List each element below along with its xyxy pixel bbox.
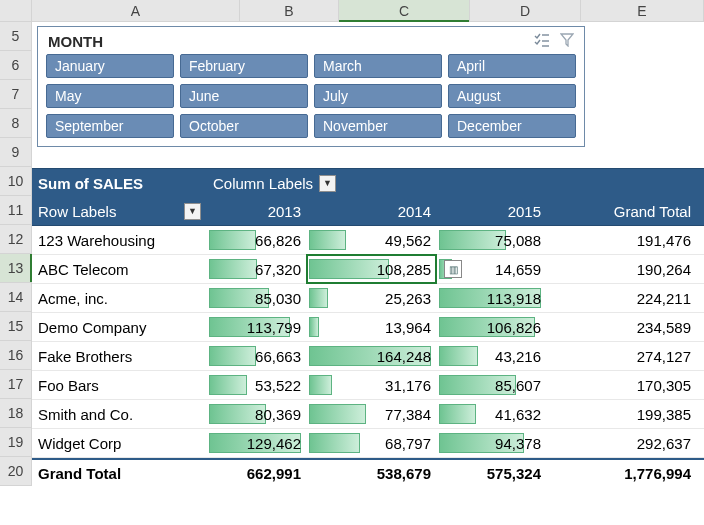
- row-label[interactable]: Smith and Co.: [32, 400, 207, 428]
- multi-select-icon[interactable]: [534, 33, 550, 50]
- column-labels-header: Column Labels ▼: [207, 169, 437, 197]
- data-cell[interactable]: 43,216: [437, 342, 547, 370]
- row-header-20[interactable]: 20: [0, 457, 32, 486]
- worksheet: ABCDE 567891011121314151617181920 MONTH: [0, 0, 704, 486]
- grand-total-label: Grand Total: [32, 460, 207, 486]
- row-header-19[interactable]: 19: [0, 428, 32, 457]
- quick-analysis-icon[interactable]: ▥: [444, 260, 462, 278]
- row-label[interactable]: Fake Brothers: [32, 342, 207, 370]
- column-headers: ABCDE: [0, 0, 704, 22]
- data-cell[interactable]: 77,384: [307, 400, 437, 428]
- row-label[interactable]: 123 Warehousing: [32, 226, 207, 254]
- data-cell[interactable]: 108,285: [307, 255, 437, 283]
- row-header-18[interactable]: 18: [0, 399, 32, 428]
- row-header-5[interactable]: 5: [0, 22, 32, 51]
- slicer-title: MONTH: [48, 33, 103, 50]
- data-cell[interactable]: 53,522: [207, 371, 307, 399]
- row-label[interactable]: Acme, inc.: [32, 284, 207, 312]
- row-labels-dropdown[interactable]: ▼: [184, 203, 201, 220]
- row-header-13[interactable]: 13: [0, 254, 32, 283]
- row-labels-header: Row Labels ▼: [32, 197, 207, 225]
- row-header-6[interactable]: 6: [0, 51, 32, 80]
- slicer-item-september[interactable]: September: [46, 114, 174, 138]
- data-cell[interactable]: 164,248: [307, 342, 437, 370]
- slicer-item-february[interactable]: February: [180, 54, 308, 78]
- col-header-D[interactable]: D: [470, 0, 581, 21]
- row-header-11[interactable]: 11: [0, 196, 32, 225]
- row-label[interactable]: ABC Telecom: [32, 255, 207, 283]
- row-grand-total: 274,127: [547, 342, 697, 370]
- row-grand-total: 292,637: [547, 429, 697, 457]
- row-grand-total: 199,385: [547, 400, 697, 428]
- row-grand-total: 191,476: [547, 226, 697, 254]
- data-cell[interactable]: 106,826: [437, 313, 547, 341]
- slicer-item-august[interactable]: August: [448, 84, 576, 108]
- row-header-8[interactable]: 8: [0, 109, 32, 138]
- data-cell[interactable]: 66,663: [207, 342, 307, 370]
- data-cell[interactable]: 94,378: [437, 429, 547, 457]
- data-cell[interactable]: 67,320: [207, 255, 307, 283]
- slicer-item-july[interactable]: July: [314, 84, 442, 108]
- data-cell[interactable]: 68,797: [307, 429, 437, 457]
- slicer-item-april[interactable]: April: [448, 54, 576, 78]
- slicer-item-december[interactable]: December: [448, 114, 576, 138]
- data-cell[interactable]: 66,826: [207, 226, 307, 254]
- data-cell[interactable]: 85,030: [207, 284, 307, 312]
- column-labels-dropdown[interactable]: ▼: [319, 175, 336, 192]
- row-label[interactable]: Widget Corp: [32, 429, 207, 457]
- slicer-item-october[interactable]: October: [180, 114, 308, 138]
- table-row: Demo Company113,79913,964106,826234,589: [32, 313, 704, 342]
- table-row: ABC Telecom67,320108,28514,659190,264: [32, 255, 704, 284]
- table-row: Widget Corp129,46268,79794,378292,637: [32, 429, 704, 458]
- slicer-items: JanuaryFebruaryMarchAprilMayJuneJulyAugu…: [46, 54, 576, 138]
- data-cell[interactable]: 75,088: [437, 226, 547, 254]
- row-header-15[interactable]: 15: [0, 312, 32, 341]
- row-header-7[interactable]: 7: [0, 80, 32, 109]
- row-header-14[interactable]: 14: [0, 283, 32, 312]
- col-header-B[interactable]: B: [240, 0, 339, 21]
- slicer-item-january[interactable]: January: [46, 54, 174, 78]
- data-cell[interactable]: 31,176: [307, 371, 437, 399]
- row-header-10[interactable]: 10: [0, 167, 32, 196]
- row-header-16[interactable]: 16: [0, 341, 32, 370]
- year-header-2015[interactable]: 2015: [437, 197, 547, 225]
- grid-body[interactable]: MONTH JanuaryFebruaryMarchAprilMayJuneJu…: [32, 22, 704, 486]
- row-headers: 567891011121314151617181920: [0, 22, 32, 486]
- row-label[interactable]: Demo Company: [32, 313, 207, 341]
- pivot-table: Sum of SALES Column Labels ▼ Row Labels …: [32, 168, 704, 486]
- data-cell[interactable]: 129,462: [207, 429, 307, 457]
- slicer-month[interactable]: MONTH JanuaryFebruaryMarchAprilMayJuneJu…: [37, 26, 585, 147]
- data-cell[interactable]: 49,562: [307, 226, 437, 254]
- data-cell[interactable]: 25,263: [307, 284, 437, 312]
- row-header-17[interactable]: 17: [0, 370, 32, 399]
- table-row: Foo Bars53,52231,17685,607170,305: [32, 371, 704, 400]
- select-all-corner[interactable]: [0, 0, 32, 21]
- table-row: Fake Brothers66,663164,24843,216274,127: [32, 342, 704, 371]
- year-header-2014[interactable]: 2014: [307, 197, 437, 225]
- slicer-item-march[interactable]: March: [314, 54, 442, 78]
- data-cell[interactable]: 80,369: [207, 400, 307, 428]
- slicer-item-june[interactable]: June: [180, 84, 308, 108]
- grand-total-row: Grand Total 662,991 538,679 575,324 1,77…: [32, 458, 704, 486]
- row-header-9[interactable]: 9: [0, 138, 32, 167]
- grand-total-col-header: Grand Total: [547, 197, 697, 225]
- data-cell[interactable]: 13,964: [307, 313, 437, 341]
- data-cell[interactable]: 113,918: [437, 284, 547, 312]
- table-row: Acme, inc.85,03025,263113,918224,211: [32, 284, 704, 313]
- col-header-A[interactable]: A: [32, 0, 240, 21]
- row-header-12[interactable]: 12: [0, 225, 32, 254]
- col-header-C[interactable]: C: [339, 0, 470, 21]
- data-cell[interactable]: 113,799: [207, 313, 307, 341]
- grand-total-2014: 538,679: [307, 460, 437, 486]
- row-label[interactable]: Foo Bars: [32, 371, 207, 399]
- table-row: Smith and Co.80,36977,38441,632199,385: [32, 400, 704, 429]
- slicer-item-may[interactable]: May: [46, 84, 174, 108]
- clear-filter-icon[interactable]: [560, 33, 574, 50]
- grand-total-2013: 662,991: [207, 460, 307, 486]
- slicer-item-november[interactable]: November: [314, 114, 442, 138]
- data-cell[interactable]: 41,632: [437, 400, 547, 428]
- row-labels-text: Row Labels: [38, 203, 116, 220]
- data-cell[interactable]: 85,607: [437, 371, 547, 399]
- col-header-E[interactable]: E: [581, 0, 704, 21]
- year-header-2013[interactable]: 2013: [207, 197, 307, 225]
